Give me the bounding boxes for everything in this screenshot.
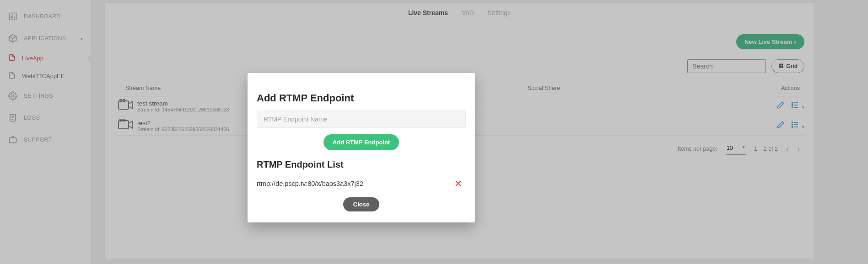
delete-endpoint-icon[interactable]: ✕ <box>454 178 462 189</box>
modal-title: Add RTMP Endpoint <box>257 92 466 104</box>
add-rtmp-endpoint-button[interactable]: Add RTMP Endpoint <box>323 134 399 150</box>
close-button[interactable]: Close <box>343 197 379 211</box>
rtmp-endpoint-modal: Add RTMP Endpoint Add RTMP Endpoint RTMP… <box>248 73 475 222</box>
rtmp-list-title: RTMP Endpoint List <box>257 159 466 170</box>
rtmp-endpoint-input[interactable] <box>257 111 466 128</box>
rtmp-endpoint-url: rtmp://de.pscp.tv:80/x/baps3a3x7j32 <box>257 180 363 187</box>
rtmp-endpoint-row: rtmp://de.pscp.tv:80/x/baps3a3x7j32 ✕ <box>257 176 466 191</box>
